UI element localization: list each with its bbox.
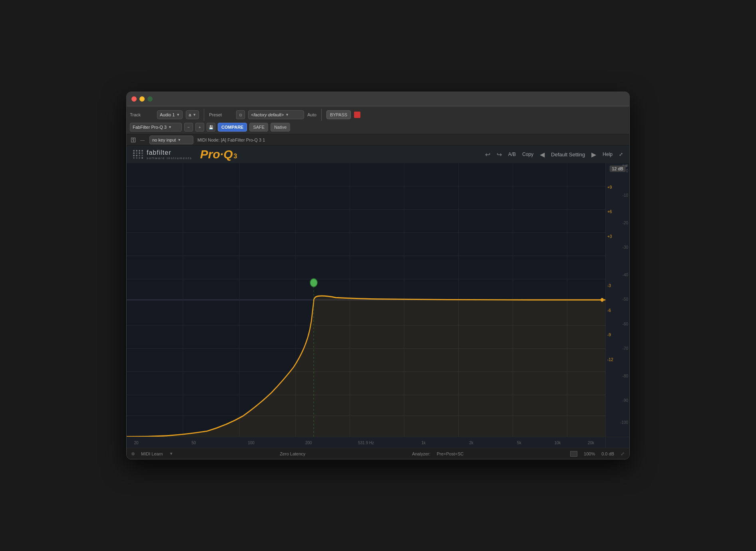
status-dot xyxy=(131,452,135,455)
adb-minus20: -20 xyxy=(623,221,628,225)
freq-100: 100 xyxy=(248,440,255,445)
compare-button[interactable]: COMPARE xyxy=(218,123,247,132)
ab-button[interactable]: A/B xyxy=(508,152,516,157)
adb-minus100: -100 xyxy=(620,420,628,425)
eq-plot[interactable] xyxy=(127,163,605,437)
meter-icon[interactable] xyxy=(570,451,577,457)
plugin-save-icon[interactable]: 💾 xyxy=(207,123,215,132)
freq-labels: 20 50 100 200 531.9 Hz 1k 2k 5k 10k 20k xyxy=(127,437,605,448)
close-button[interactable] xyxy=(131,96,137,102)
latency-label: Zero Latency xyxy=(280,451,305,456)
copy-button[interactable]: Copy xyxy=(522,152,533,157)
freq-50: 50 xyxy=(191,440,196,445)
track-label: Track xyxy=(130,112,154,117)
freq-10k: 10k xyxy=(554,440,561,445)
setting-name: Default Setting xyxy=(551,152,585,158)
freq-5k: 5k xyxy=(517,440,521,445)
freq-axis: 20 50 100 200 531.9 Hz 1k 2k 5k 10k 20k xyxy=(127,437,629,448)
db-plus9: +9 xyxy=(607,185,612,190)
title-bar xyxy=(127,92,629,106)
safe-button[interactable]: SAFE xyxy=(249,123,268,132)
adb-0: 0 xyxy=(626,169,628,173)
preset-label: Preset xyxy=(209,112,233,117)
db-minus12: -12 xyxy=(607,357,613,362)
redo-button[interactable]: ↪ xyxy=(497,151,502,158)
divider1 xyxy=(204,109,204,121)
traffic-lights xyxy=(131,96,153,102)
plus-button[interactable]: + xyxy=(195,123,204,132)
freq-axis-spacer xyxy=(605,437,629,448)
expand-icon[interactable]: ⤢ xyxy=(621,451,625,457)
minus-sign: — xyxy=(140,138,145,142)
product-sup: 3 xyxy=(234,153,237,160)
plugin-dropdown[interactable]: FabFilter Pro-Q 3 ▼ xyxy=(130,123,182,132)
eq-main: 12 dB -INF +9 +6 +3 -3 -6 -9 -12 0 -10 -… xyxy=(127,163,629,448)
right-scale: 12 dB -INF +9 +6 +3 -3 -6 -9 -12 0 -10 -… xyxy=(605,163,629,437)
db-minus6: -6 xyxy=(607,308,611,313)
db-minus9: -9 xyxy=(607,333,611,337)
svg-point-22 xyxy=(310,279,317,287)
adb-minus60: -60 xyxy=(623,322,628,326)
auto-label: Auto xyxy=(307,112,316,117)
minus-button[interactable]: − xyxy=(184,123,193,132)
header-controls: ↩ ↪ A/B Copy ◀ Default Setting ▶ Help ⤢ xyxy=(485,151,623,158)
db-plus3: +3 xyxy=(607,234,612,239)
prev-preset-button[interactable]: ◀ xyxy=(540,151,545,158)
freq-1k: 1k xyxy=(421,440,426,445)
undo-button[interactable]: ↩ xyxy=(485,151,490,158)
preset-dropdown[interactable]: <factory default> ▼ xyxy=(248,110,304,119)
bypass-button[interactable]: BYPASS xyxy=(326,110,351,119)
adb-minus50: -50 xyxy=(623,297,628,301)
db-plus6: +6 xyxy=(607,210,612,214)
midi-node-text: MIDI Node: [A] FabFilter Pro-Q 3 1 xyxy=(197,138,265,142)
record-button[interactable] xyxy=(354,112,360,118)
native-button[interactable]: Native xyxy=(271,123,290,132)
eq-body: 12 dB -INF +9 +6 +3 -3 -6 -9 -12 0 -10 -… xyxy=(127,163,629,437)
fullscreen-button[interactable] xyxy=(147,96,153,102)
adb-minus80: -80 xyxy=(623,374,628,378)
zoom-label: 100% xyxy=(584,451,595,456)
analyzer-label: Analyzer: xyxy=(412,451,430,456)
adb-minus70: -70 xyxy=(623,346,628,351)
freq-531: 531.9 Hz xyxy=(358,440,374,445)
logo-grid xyxy=(133,150,143,159)
db-minus3: -3 xyxy=(607,283,611,288)
freq-20: 20 xyxy=(134,440,138,445)
adb-minus30: -30 xyxy=(623,245,628,250)
freq-200: 200 xyxy=(305,440,312,445)
product-logo: Pro·Q 3 xyxy=(200,148,237,161)
expand-button[interactable]: ⤢ xyxy=(619,152,623,157)
help-button[interactable]: Help xyxy=(603,152,613,157)
next-preset-button[interactable]: ▶ xyxy=(591,151,596,158)
freq-2k: 2k xyxy=(469,440,473,445)
midi-learn-arrow[interactable]: ▼ xyxy=(169,451,173,456)
adb-minus10: -10 xyxy=(623,193,628,198)
preset-save-icon[interactable]: ⊙ xyxy=(236,110,245,119)
gain-label: 0.0 dB xyxy=(601,451,614,456)
midi-bar: ⚿ — no key input ▼ MIDI Node: [A] FabFil… xyxy=(127,134,629,146)
brand-sub: software instruments xyxy=(147,156,192,160)
eq-curve-svg xyxy=(127,163,605,437)
svg-point-20 xyxy=(601,298,604,301)
channel-dropdown[interactable]: a ▼ xyxy=(186,110,199,119)
key-input-dropdown[interactable]: no key input ▼ xyxy=(149,136,193,144)
brand-name: fabfilter xyxy=(147,149,192,156)
track-dropdown[interactable]: Audio 1 ▼ xyxy=(157,110,183,119)
plugin-header: fabfilter software instruments Pro·Q 3 ↩… xyxy=(127,146,629,163)
controls-bar: Track Audio 1 ▼ a ▼ Preset ⊙ <factory de… xyxy=(127,106,629,134)
db-range-button[interactable]: 12 dB xyxy=(609,166,626,172)
minimize-button[interactable] xyxy=(139,96,145,102)
plugin-window: Track Audio 1 ▼ a ▼ Preset ⊙ <factory de… xyxy=(126,92,630,459)
divider2 xyxy=(321,109,322,121)
status-bar: MIDI Learn ▼ Zero Latency Analyzer: Pre+… xyxy=(127,448,629,459)
analyzer-value: Pre+Post+SC xyxy=(437,451,464,456)
adb-minus90: -90 xyxy=(623,398,628,403)
midi-learn-label[interactable]: MIDI Learn xyxy=(141,451,163,456)
adb-minus40: -40 xyxy=(623,273,628,277)
product-name-proq: Pro·Q xyxy=(200,148,233,161)
freq-20k: 20k xyxy=(588,440,594,445)
key-icon: ⚿ xyxy=(131,137,136,143)
